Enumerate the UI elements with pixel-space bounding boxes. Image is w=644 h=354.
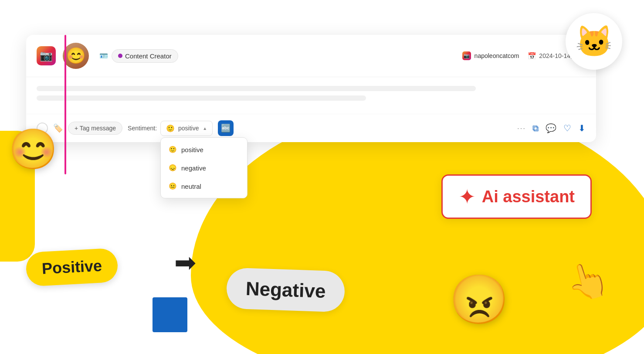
calendar-icon: 📅 [528,52,536,60]
content-area [26,77,596,114]
translate-icon-symbol: 🔤 [221,123,230,133]
sentiment-dropdown[interactable]: 🙂 positive ▲ 🙂 positive 😞 negative [160,121,213,136]
negative-text: Negative [245,278,326,302]
sentiment-option-negative[interactable]: 😞 negative [161,159,247,177]
user-info: 🪪 Content Creator [99,49,178,63]
instagram-logo: 📷 [37,46,56,65]
pink-accent-line [64,35,66,174]
sentiment-option-neutral[interactable]: 😐 neutral [161,177,247,195]
neutral-label: neutral [181,183,201,190]
sparkle-icon: ✦ [458,184,476,209]
action-icons-group: ⋯ ⧉ 💬 ♡ ⬇ [517,123,586,133]
account-info: 📷 napoleoncatcom [462,51,519,60]
cat-face: 🐱 [575,24,613,59]
id-card-icon: 🪪 [99,52,108,60]
positive-label: positive [181,146,203,153]
positive-text: Positive [41,256,102,277]
ig-small-icon: 📷 [462,51,471,60]
content-creator-label: Content Creator [125,52,172,60]
happy-emoji: 😊 [9,126,58,172]
like-button[interactable]: ♡ [563,123,571,133]
negative-emoji: 😞 [169,164,177,172]
dropdown-arrow-icon: ▲ [203,126,207,131]
account-name: napoleoncatcom [475,52,519,59]
more-options-button[interactable]: ⋯ [517,123,525,133]
download-button[interactable]: ⬇ [578,123,586,133]
neutral-emoji: 😐 [169,182,177,190]
comment-button[interactable]: 💬 [546,123,556,133]
sentiment-current-value: positive [178,125,199,132]
content-creator-badge: Content Creator [112,49,178,63]
content-line-2 [37,95,366,101]
positive-label-pill: Positive [25,248,119,287]
header-right: 📷 napoleoncatcom 📅 2024-10-14, 14:4 [462,51,586,60]
blue-square-decoration [153,297,187,332]
tag-message-button[interactable]: + Tag message [68,122,122,135]
cat-mascot: 🐱 [566,13,622,70]
positive-emoji: 🙂 [169,146,177,153]
ai-assistant-label: Ai assistant [482,187,575,206]
content-line-1 [37,86,476,91]
ai-assistant-button[interactable]: ✦ Ai assistant [441,174,592,219]
ui-card: 📷 🪪 Content Creator 📷 napoleoncatcom 📅 2… [26,35,596,142]
angry-emoji: 😠 [449,272,509,328]
sentiment-current-emoji: 🙂 [166,124,175,133]
translate-button[interactable]: 🔤 [218,120,234,136]
sentiment-option-positive[interactable]: 🙂 positive [161,140,247,159]
negative-label: negative [181,164,206,172]
sentiment-label: Sentiment: [128,125,157,132]
sentiment-area: Sentiment: 🙂 positive ▲ 🙂 positive 😞 neg… [128,121,213,136]
card-header: 📷 🪪 Content Creator 📷 napoleoncatcom 📅 2… [26,35,596,77]
badge-dot [118,54,122,58]
sentiment-dropdown-menu: 🙂 positive 😞 negative 😐 neutral [160,137,247,198]
yellow-blob-background [191,106,644,354]
tag-button-label: + Tag message [75,125,116,132]
instagram-icon: 📷 [40,50,53,62]
negative-label-pill: Negative [226,267,346,312]
action-bar: 🏷️ + Tag message Sentiment: 🙂 positive ▲… [26,114,596,142]
arrow-shape: ➡ [174,247,196,278]
user-avatar [63,43,89,69]
sentiment-select-current[interactable]: 🙂 positive ▲ [160,121,213,136]
copy-button[interactable]: ⧉ [532,123,539,133]
